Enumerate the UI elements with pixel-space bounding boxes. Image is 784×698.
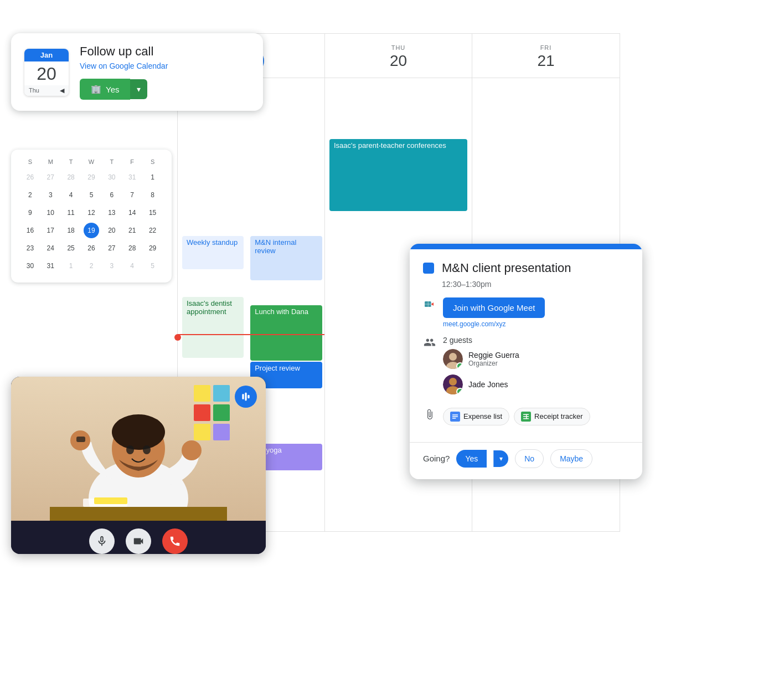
receipt-tracker-chip[interactable]: Receipt tracker	[514, 408, 590, 425]
mini-date[interactable]: 30	[22, 258, 38, 274]
hang-up-button[interactable]	[162, 528, 188, 554]
event-card-time: 12:30–1:30pm	[442, 280, 629, 289]
mini-date[interactable]: 25	[63, 240, 79, 256]
mini-date-today[interactable]: 19	[84, 223, 99, 238]
mini-date[interactable]: 1	[63, 258, 79, 274]
mini-date[interactable]: 9	[22, 205, 38, 220]
going-maybe-button[interactable]: Maybe	[550, 449, 592, 468]
mini-day-s2: S	[142, 158, 163, 165]
mini-date[interactable]: 31	[43, 258, 58, 274]
svg-point-25	[182, 440, 202, 460]
svg-rect-17	[526, 414, 527, 419]
svg-rect-26	[76, 437, 85, 442]
time-dot	[174, 334, 181, 341]
mini-date[interactable]: 11	[63, 205, 79, 220]
mini-date[interactable]: 6	[104, 187, 120, 203]
mini-date[interactable]: 30	[104, 170, 120, 185]
dentist-text: Isaac's dentist appointment	[187, 299, 232, 316]
rsvp-yes-dropdown[interactable]: ▾	[130, 79, 147, 99]
svg-rect-11	[452, 416, 458, 417]
reggie-avatar: ✓	[443, 349, 463, 369]
guest-row-jade: ✓ Jade Jones	[443, 374, 519, 394]
mini-date[interactable]: 28	[125, 240, 140, 256]
mini-date[interactable]: 31	[125, 170, 140, 185]
guests-count: 2 guests	[443, 336, 519, 345]
jade-avatar: ✓	[443, 374, 463, 394]
rsvp-yes-button[interactable]: 🏢 Yes	[80, 79, 130, 100]
mini-date[interactable]: 17	[43, 223, 58, 238]
mini-date[interactable]: 26	[84, 240, 99, 256]
mini-date[interactable]: 15	[145, 205, 161, 220]
thu-number: 20	[390, 52, 407, 70]
video-toggle-button[interactable]	[126, 528, 151, 554]
going-yes-button[interactable]: Yes	[456, 450, 487, 468]
cal-header-thu[interactable]: THU 20	[325, 34, 472, 80]
mini-date[interactable]: 10	[43, 205, 58, 220]
guests-row: 2 guests ✓ Reggie Guerra Orga	[423, 336, 629, 400]
mini-date[interactable]: 24	[43, 240, 58, 256]
calendar-icon-widget: Jan 20 Thu ◀	[24, 49, 69, 96]
svg-rect-29	[94, 497, 127, 504]
going-no-button[interactable]: No	[515, 449, 544, 468]
svg-point-23	[143, 445, 151, 454]
mini-date[interactable]: 16	[22, 223, 38, 238]
mute-button[interactable]	[89, 528, 115, 554]
cal-icon-dayname: Thu	[29, 87, 39, 94]
mini-date[interactable]: 18	[63, 223, 79, 238]
mini-date[interactable]: 14	[125, 205, 140, 220]
svg-point-4	[449, 353, 457, 361]
svg-rect-10	[452, 414, 458, 415]
mini-date[interactable]: 8	[145, 187, 161, 203]
mini-date[interactable]: 1	[145, 170, 161, 185]
mini-date[interactable]: 29	[145, 240, 161, 256]
attachments-row: Expense list Receipt tracker	[423, 408, 629, 434]
thu-label: THU	[391, 44, 406, 51]
mini-date[interactable]: 2	[22, 187, 38, 203]
mini-date[interactable]: 22	[145, 223, 161, 238]
mini-cal-grid: 26 27 28 29 30 31 1 2 3 4 5 6 7 8 9 10 1…	[20, 170, 163, 274]
expense-list-chip[interactable]: Expense list	[443, 408, 509, 425]
yes-label: Yes	[106, 85, 119, 94]
time-line	[178, 334, 324, 335]
event-mn-internal[interactable]: M&N internal review	[250, 236, 322, 280]
join-meet-button[interactable]: Join with Google Meet	[443, 297, 545, 318]
mini-date[interactable]: 3	[104, 258, 120, 274]
event-color-indicator	[423, 263, 434, 274]
event-parent-teacher[interactable]: Isaac's parent-teacher conferences	[329, 139, 467, 211]
mini-date[interactable]: 4	[125, 258, 140, 274]
mini-date[interactable]: 26	[22, 170, 38, 185]
reggie-name: Reggie Guerra	[468, 351, 519, 360]
mini-date[interactable]: 7	[125, 187, 140, 203]
mn-internal-text: M&N internal review	[255, 238, 296, 255]
event-weekly-standup[interactable]: Weekly standup	[182, 236, 244, 269]
mini-date[interactable]: 20	[104, 223, 120, 238]
person-svg	[50, 377, 227, 521]
mini-date[interactable]: 3	[43, 187, 58, 203]
cal-header-fri[interactable]: FRI 21	[472, 34, 620, 80]
meet-link[interactable]: meet.google.com/xyz	[443, 320, 545, 328]
guest-row-reggie: ✓ Reggie Guerra Organizer	[443, 349, 519, 369]
lunch-dana-text: Lunch with Dana	[255, 307, 308, 316]
mini-date[interactable]: 27	[104, 240, 120, 256]
event-dentist[interactable]: Isaac's dentist appointment	[182, 297, 244, 358]
event-title-row: M&N client presentation	[423, 260, 629, 276]
mini-date[interactable]: 13	[104, 205, 120, 220]
event-lunch-dana[interactable]: Lunch with Dana	[250, 305, 322, 361]
mini-date[interactable]: 23	[22, 240, 38, 256]
view-on-calendar-link[interactable]: View on Google Calendar	[80, 61, 168, 70]
mic-active-indicator	[235, 386, 257, 408]
mini-date[interactable]: 5	[145, 258, 161, 274]
video-call-card	[11, 377, 266, 554]
mini-date[interactable]: 4	[63, 187, 79, 203]
mini-date[interactable]: 12	[84, 205, 99, 220]
fri-number: 21	[537, 52, 554, 70]
going-yes-dropdown[interactable]: ▾	[493, 450, 508, 467]
mini-date[interactable]: 5	[84, 187, 99, 203]
jade-info: Jade Jones	[468, 380, 508, 389]
mini-date[interactable]: 27	[43, 170, 58, 185]
mini-date[interactable]: 29	[84, 170, 99, 185]
mini-date[interactable]: 21	[125, 223, 140, 238]
mini-date[interactable]: 28	[63, 170, 79, 185]
mini-date[interactable]: 2	[84, 258, 99, 274]
going-row: Going? Yes ▾ No Maybe	[410, 449, 642, 468]
